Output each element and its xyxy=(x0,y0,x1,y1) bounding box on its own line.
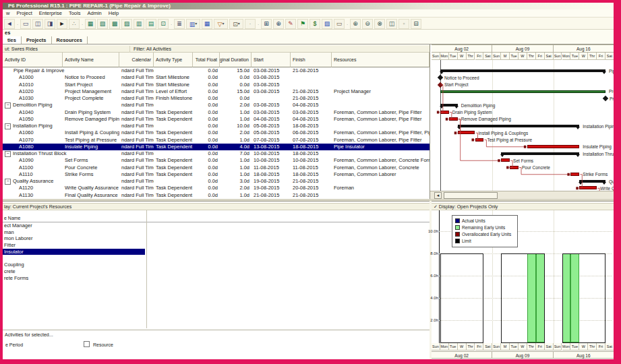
thresholds-icon[interactable]: ⚑ xyxy=(297,19,308,29)
timescale-day-cell: Sun xyxy=(492,343,501,351)
activity-row[interactable]: A1030Project Completendard Full TimeFini… xyxy=(3,95,430,102)
activity-row[interactable]: A1110Strike Formsndard Full TimeTask Dep… xyxy=(3,171,430,178)
resource-name-column-header[interactable]: e Name xyxy=(3,210,430,222)
time-period-label: e Period xyxy=(5,342,23,347)
scrollbar-thumb[interactable] xyxy=(444,192,498,199)
column-header-calendar[interactable]: Calendar xyxy=(119,53,154,67)
resources-icon[interactable]: ▨ xyxy=(121,19,132,29)
menu-item-project[interactable]: Project xyxy=(13,9,35,18)
vertical-split-icon[interactable]: ⊟ xyxy=(411,19,421,29)
column-header-finish[interactable]: Finish xyxy=(291,53,332,67)
copy-icon[interactable]: ◫ xyxy=(32,19,43,29)
horizontal-split-icon[interactable]: ◫ xyxy=(386,19,397,29)
legend-swatch xyxy=(455,239,460,243)
filter-label[interactable]: Filter: All Activities xyxy=(129,46,171,53)
activity-row[interactable]: A1060Install Piping & Couplingsndard Ful… xyxy=(3,129,430,136)
column-header-activity-name[interactable]: Activity Name xyxy=(63,53,119,67)
activity-row[interactable]: A1010Start Projectndard Full TimeStart M… xyxy=(3,82,430,88)
menu-item-tools[interactable]: Tools xyxy=(65,9,84,18)
menu-item-admin[interactable]: Admin xyxy=(84,9,105,18)
resource-row[interactable]: crete xyxy=(3,268,430,275)
zoom-fit-icon[interactable]: ⊗ xyxy=(374,19,385,29)
level-resources-icon[interactable]: ⊕ xyxy=(273,19,284,29)
zoom-out-icon[interactable]: ⊖ xyxy=(362,19,373,29)
paste-icon[interactable]: ◨ xyxy=(45,19,55,29)
resources-panel-header[interactable]: lay: Current Project's Resources xyxy=(3,203,430,210)
resource-row[interactable] xyxy=(3,255,430,262)
ring-icon[interactable]: ◦ xyxy=(398,19,409,29)
assignments-icon[interactable]: ▥ xyxy=(134,19,144,29)
column-header-start[interactable]: Start xyxy=(252,53,291,67)
columns-icon[interactable]: ▥▾ xyxy=(186,19,200,29)
tab-resources[interactable]: Resources xyxy=(52,36,88,44)
column-header-activity-id[interactable]: Activity ID xyxy=(3,53,63,67)
histogram-icon[interactable]: ▨ xyxy=(322,19,332,29)
table-font-icon[interactable]: ▦ xyxy=(202,19,212,29)
wbs-icon[interactable]: ▧ xyxy=(97,19,108,29)
resource-row[interactable]: ect Manager xyxy=(3,222,430,229)
cell-activity-type xyxy=(154,102,193,109)
dot-icon[interactable]: · xyxy=(245,19,256,29)
activity-row[interactable]: A1040Drain Piping Systemndard Full TimeT… xyxy=(3,109,430,116)
apply-actuals-icon[interactable]: ✎ xyxy=(285,19,296,29)
menu-item-enterprise[interactable]: Enterprise xyxy=(36,9,65,18)
tab-projects[interactable]: Projects xyxy=(22,36,52,44)
profile-header-label: Display: Open Projects Only xyxy=(439,204,498,209)
cell-start: 19-08-2015 xyxy=(252,185,291,191)
resource-checkbox[interactable] xyxy=(84,341,90,347)
activity-row[interactable]: A1090Set Formsndard Full TimeTask Depend… xyxy=(3,157,430,164)
cell-group-name: −Installation Piping xyxy=(3,123,119,129)
resource-row[interactable]: Insulator xyxy=(3,249,145,255)
group-sort-icon[interactable]: ≣ xyxy=(174,19,185,29)
collapse-icon[interactable]: − xyxy=(5,151,11,157)
column-header-resources[interactable]: Resources xyxy=(332,53,430,67)
resource-row[interactable]: Coupling xyxy=(3,262,430,268)
collapse-icon[interactable]: − xyxy=(5,179,11,185)
collapse-icon[interactable]: − xyxy=(5,102,11,109)
activity-row[interactable]: A1080Insulate Pipingndard Full TimeTask … xyxy=(3,144,430,150)
cell-original-duration: 1.0d xyxy=(220,116,252,123)
zoom-in-icon[interactable]: ⊕ xyxy=(350,19,361,29)
group-band-row[interactable]: −Quality Assurancendard Full Time0.0d3.0… xyxy=(3,178,430,185)
cell-activity-name: Remove Damaged Piping xyxy=(63,116,119,123)
resource-row[interactable]: man xyxy=(3,229,430,236)
filter-icon[interactable]: ▽▾ xyxy=(214,19,228,29)
activity-row[interactable]: A1100Pour Concretendard Full TimeTask De… xyxy=(3,164,430,171)
activity-row[interactable]: A1020Project Managementndard Full TimeLe… xyxy=(3,88,430,95)
bars-icon[interactable]: ▭ xyxy=(334,19,345,29)
resource-row[interactable]: Fitter xyxy=(3,242,430,249)
tracking-icon[interactable]: ⊡ xyxy=(158,19,169,29)
reports-icon[interactable]: ▤ xyxy=(146,19,156,29)
activity-row[interactable]: A1120Write Quality Assurance Reportndard… xyxy=(3,185,430,191)
collapse-icon[interactable]: − xyxy=(5,123,11,129)
select-cursor-icon[interactable]: ► xyxy=(57,19,67,29)
group-band-row[interactable]: −Installation Thrust Blockndard Full Tim… xyxy=(3,150,430,157)
gantt-h-scrollbar[interactable]: ◄ xyxy=(430,191,614,199)
drag-handle-icon[interactable]: ∴ xyxy=(69,19,80,29)
layout-options-icon[interactable]: ⊡▾ xyxy=(229,19,243,29)
resource-row[interactable]: mon Laborer xyxy=(3,235,430,242)
add-row-icon[interactable]: ▭ xyxy=(20,19,31,29)
schedule-icon[interactable]: ⊞ xyxy=(261,19,272,29)
resource-row[interactable]: rete Forms xyxy=(3,275,430,282)
activities-icon[interactable]: ▩ xyxy=(109,19,120,29)
activity-row[interactable]: A1130Final Quality Assurance Inspectionn… xyxy=(3,192,430,199)
menu-item-help[interactable]: Help xyxy=(105,9,122,18)
activity-row[interactable]: A1050Remove Damaged Pipingndard Full Tim… xyxy=(3,116,430,123)
column-header-total-float[interactable]: Total Float xyxy=(193,53,220,67)
projects-icon[interactable]: ▦ xyxy=(85,19,96,29)
menu-item-w[interactable]: w xyxy=(3,9,13,18)
open-layout-icon[interactable]: ◄ xyxy=(4,19,15,29)
activity-row[interactable]: A1000Notice to Proceedndard Full TimeSta… xyxy=(3,74,430,81)
scrollbar-left-arrow-icon[interactable]: ◄ xyxy=(434,192,442,199)
tab-ties[interactable]: ties xyxy=(3,36,22,44)
column-header-activity-type[interactable]: Activity Type xyxy=(154,53,193,67)
title-bar[interactable]: P6 Professional R15.1 : PIPE REPAIR-1 (P… xyxy=(3,3,614,9)
column-header-original-duration[interactable]: Original Duration xyxy=(220,53,252,67)
group-band-row[interactable]: −Installation Pipingndard Full Time0.0d1… xyxy=(3,123,430,129)
activity-row[interactable]: A1070Test Piping at Pressurendard Full T… xyxy=(3,137,430,144)
group-band-row[interactable]: Pipe Repair & Improvendard Full Time0.0d… xyxy=(3,67,430,74)
group-band-row[interactable]: −Demolition Pipingndard Full Time0.0d2.0… xyxy=(3,102,430,109)
profile-panel-header[interactable]: ✓ Display: Open Projects Only xyxy=(432,203,614,210)
costs-icon[interactable]: $ xyxy=(309,19,320,29)
